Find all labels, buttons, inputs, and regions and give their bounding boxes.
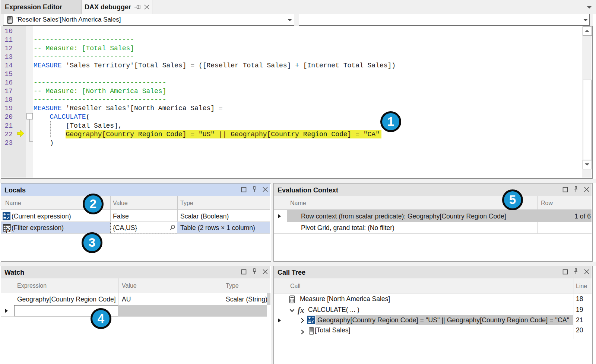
svg-text:fx: fx [6,227,11,233]
